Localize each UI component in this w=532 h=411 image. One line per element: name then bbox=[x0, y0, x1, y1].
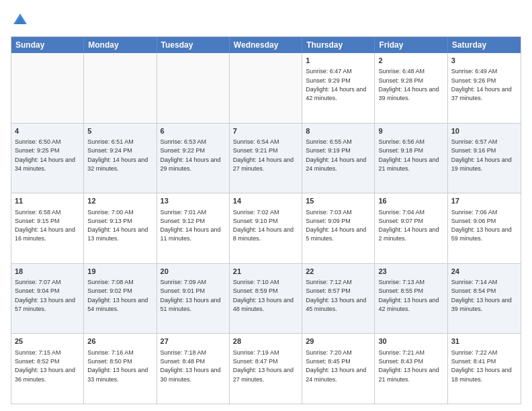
header-day-friday: Friday bbox=[375, 37, 447, 53]
day-cell-2: 2Sunrise: 6:48 AMSunset: 9:28 PMDaylight… bbox=[375, 53, 447, 123]
day-number: 13 bbox=[161, 196, 226, 206]
day-info: Sunrise: 6:48 AMSunset: 9:28 PMDaylight:… bbox=[378, 68, 439, 101]
day-number: 9 bbox=[378, 126, 443, 136]
day-number: 22 bbox=[306, 267, 371, 277]
calendar-row-4: 25Sunrise: 7:15 AMSunset: 8:52 PMDayligh… bbox=[11, 334, 521, 404]
day-number: 5 bbox=[87, 126, 152, 136]
day-info: Sunrise: 7:03 AMSunset: 9:09 PMDaylight:… bbox=[306, 209, 366, 242]
day-number: 26 bbox=[87, 336, 152, 347]
day-cell-14: 14Sunrise: 7:02 AMSunset: 9:10 PMDayligh… bbox=[230, 193, 302, 263]
day-cell-20: 20Sunrise: 7:09 AMSunset: 9:01 PMDayligh… bbox=[157, 264, 230, 334]
calendar-row-2: 11Sunrise: 6:58 AMSunset: 9:15 PMDayligh… bbox=[11, 193, 521, 264]
day-number: 10 bbox=[451, 126, 517, 136]
day-cell-1: 1Sunrise: 6:47 AMSunset: 9:29 PMDaylight… bbox=[302, 53, 375, 123]
day-number: 16 bbox=[378, 196, 443, 206]
calendar-row-1: 4Sunrise: 6:50 AMSunset: 9:25 PMDaylight… bbox=[11, 124, 521, 194]
day-number: 12 bbox=[87, 196, 152, 206]
day-info: Sunrise: 7:14 AMSunset: 8:54 PMDaylight:… bbox=[451, 279, 512, 312]
day-info: Sunrise: 7:20 AMSunset: 8:45 PMDaylight:… bbox=[306, 349, 366, 383]
day-cell-8: 8Sunrise: 6:55 AMSunset: 9:19 PMDaylight… bbox=[302, 124, 375, 193]
day-number: 27 bbox=[161, 336, 226, 347]
day-cell-9: 9Sunrise: 6:56 AMSunset: 9:18 PMDaylight… bbox=[375, 124, 447, 193]
day-info: Sunrise: 7:18 AMSunset: 8:48 PMDaylight:… bbox=[161, 349, 221, 383]
day-info: Sunrise: 7:02 AMSunset: 9:10 PMDaylight:… bbox=[233, 209, 294, 242]
day-info: Sunrise: 7:06 AMSunset: 9:06 PMDaylight:… bbox=[451, 209, 512, 242]
day-info: Sunrise: 7:15 AMSunset: 8:52 PMDaylight:… bbox=[15, 349, 75, 383]
day-number: 31 bbox=[451, 336, 517, 347]
day-cell-30: 30Sunrise: 7:21 AMSunset: 8:43 PMDayligh… bbox=[375, 334, 447, 404]
day-info: Sunrise: 6:49 AMSunset: 9:26 PMDaylight:… bbox=[451, 68, 512, 101]
day-number: 20 bbox=[161, 267, 226, 277]
day-cell-19: 19Sunrise: 7:08 AMSunset: 9:02 PMDayligh… bbox=[84, 264, 157, 334]
day-cell-31: 31Sunrise: 7:22 AMSunset: 8:41 PMDayligh… bbox=[448, 334, 521, 404]
day-cell-11: 11Sunrise: 6:58 AMSunset: 9:15 PMDayligh… bbox=[11, 193, 84, 263]
day-cell-21: 21Sunrise: 7:10 AMSunset: 8:59 PMDayligh… bbox=[230, 264, 302, 334]
day-number: 11 bbox=[15, 196, 80, 206]
day-number: 4 bbox=[15, 126, 80, 136]
day-info: Sunrise: 6:47 AMSunset: 9:29 PMDaylight:… bbox=[306, 68, 366, 101]
day-info: Sunrise: 7:00 AMSunset: 9:13 PMDaylight:… bbox=[87, 209, 148, 242]
page: SundayMondayTuesdayWednesdayThursdayFrid… bbox=[0, 0, 532, 411]
day-number: 3 bbox=[451, 56, 517, 66]
day-number: 25 bbox=[15, 336, 80, 347]
day-info: Sunrise: 7:22 AMSunset: 8:41 PMDaylight:… bbox=[451, 349, 512, 383]
day-number: 2 bbox=[378, 56, 443, 66]
day-info: Sunrise: 6:50 AMSunset: 9:25 PMDaylight:… bbox=[15, 138, 75, 172]
calendar-header: SundayMondayTuesdayWednesdayThursdayFrid… bbox=[11, 37, 521, 53]
empty-cell bbox=[11, 53, 84, 123]
day-cell-5: 5Sunrise: 6:51 AMSunset: 9:24 PMDaylight… bbox=[84, 124, 157, 193]
day-cell-18: 18Sunrise: 7:07 AMSunset: 9:04 PMDayligh… bbox=[11, 264, 84, 334]
day-cell-3: 3Sunrise: 6:49 AMSunset: 9:26 PMDaylight… bbox=[448, 53, 521, 123]
day-number: 8 bbox=[306, 126, 371, 136]
day-cell-13: 13Sunrise: 7:01 AMSunset: 9:12 PMDayligh… bbox=[157, 193, 230, 263]
day-number: 18 bbox=[15, 267, 80, 277]
day-cell-16: 16Sunrise: 7:04 AMSunset: 9:07 PMDayligh… bbox=[375, 193, 447, 263]
day-number: 19 bbox=[87, 267, 152, 277]
header-day-tuesday: Tuesday bbox=[157, 37, 230, 53]
day-cell-4: 4Sunrise: 6:50 AMSunset: 9:25 PMDaylight… bbox=[11, 124, 84, 193]
day-cell-29: 29Sunrise: 7:20 AMSunset: 8:45 PMDayligh… bbox=[302, 334, 375, 404]
day-cell-27: 27Sunrise: 7:18 AMSunset: 8:48 PMDayligh… bbox=[157, 334, 230, 404]
day-cell-28: 28Sunrise: 7:19 AMSunset: 8:47 PMDayligh… bbox=[230, 334, 302, 404]
day-info: Sunrise: 7:07 AMSunset: 9:04 PMDaylight:… bbox=[15, 279, 75, 312]
day-info: Sunrise: 7:01 AMSunset: 9:12 PMDaylight:… bbox=[161, 209, 221, 242]
day-cell-12: 12Sunrise: 7:00 AMSunset: 9:13 PMDayligh… bbox=[84, 193, 157, 263]
day-cell-7: 7Sunrise: 6:54 AMSunset: 9:21 PMDaylight… bbox=[230, 124, 302, 193]
day-cell-26: 26Sunrise: 7:16 AMSunset: 8:50 PMDayligh… bbox=[84, 334, 157, 404]
day-info: Sunrise: 6:57 AMSunset: 9:16 PMDaylight:… bbox=[451, 138, 512, 172]
empty-cell bbox=[157, 53, 230, 123]
empty-cell bbox=[84, 53, 157, 123]
day-cell-22: 22Sunrise: 7:12 AMSunset: 8:57 PMDayligh… bbox=[302, 264, 375, 334]
day-number: 30 bbox=[378, 336, 443, 347]
day-cell-15: 15Sunrise: 7:03 AMSunset: 9:09 PMDayligh… bbox=[302, 193, 375, 263]
day-info: Sunrise: 7:13 AMSunset: 8:55 PMDaylight:… bbox=[378, 279, 439, 312]
day-info: Sunrise: 7:10 AMSunset: 8:59 PMDaylight:… bbox=[233, 279, 294, 312]
day-info: Sunrise: 6:56 AMSunset: 9:18 PMDaylight:… bbox=[378, 138, 439, 172]
day-number: 17 bbox=[451, 196, 517, 206]
day-number: 6 bbox=[161, 126, 226, 136]
calendar: SundayMondayTuesdayWednesdayThursdayFrid… bbox=[11, 36, 521, 404]
day-number: 15 bbox=[306, 196, 371, 206]
header bbox=[11, 11, 521, 30]
day-info: Sunrise: 7:21 AMSunset: 8:43 PMDaylight:… bbox=[378, 349, 439, 383]
day-info: Sunrise: 6:55 AMSunset: 9:19 PMDaylight:… bbox=[306, 138, 366, 172]
calendar-row-0: 1Sunrise: 6:47 AMSunset: 9:29 PMDaylight… bbox=[11, 53, 521, 124]
day-number: 21 bbox=[233, 267, 298, 277]
day-number: 7 bbox=[233, 126, 298, 136]
day-cell-6: 6Sunrise: 6:53 AMSunset: 9:22 PMDaylight… bbox=[157, 124, 230, 193]
day-number: 1 bbox=[306, 56, 371, 66]
day-info: Sunrise: 6:51 AMSunset: 9:24 PMDaylight:… bbox=[87, 138, 148, 172]
empty-cell bbox=[230, 53, 302, 123]
header-day-monday: Monday bbox=[84, 37, 157, 53]
day-info: Sunrise: 7:19 AMSunset: 8:47 PMDaylight:… bbox=[233, 349, 294, 383]
day-number: 24 bbox=[451, 267, 517, 277]
header-day-saturday: Saturday bbox=[448, 37, 521, 53]
day-info: Sunrise: 7:16 AMSunset: 8:50 PMDaylight:… bbox=[87, 349, 148, 383]
day-info: Sunrise: 7:09 AMSunset: 9:01 PMDaylight:… bbox=[161, 279, 221, 312]
header-day-sunday: Sunday bbox=[11, 37, 84, 53]
logo-icon bbox=[11, 11, 30, 30]
day-info: Sunrise: 7:04 AMSunset: 9:07 PMDaylight:… bbox=[378, 209, 439, 242]
day-cell-25: 25Sunrise: 7:15 AMSunset: 8:52 PMDayligh… bbox=[11, 334, 84, 404]
calendar-body: 1Sunrise: 6:47 AMSunset: 9:29 PMDaylight… bbox=[11, 53, 521, 404]
day-info: Sunrise: 6:58 AMSunset: 9:15 PMDaylight:… bbox=[15, 209, 75, 242]
